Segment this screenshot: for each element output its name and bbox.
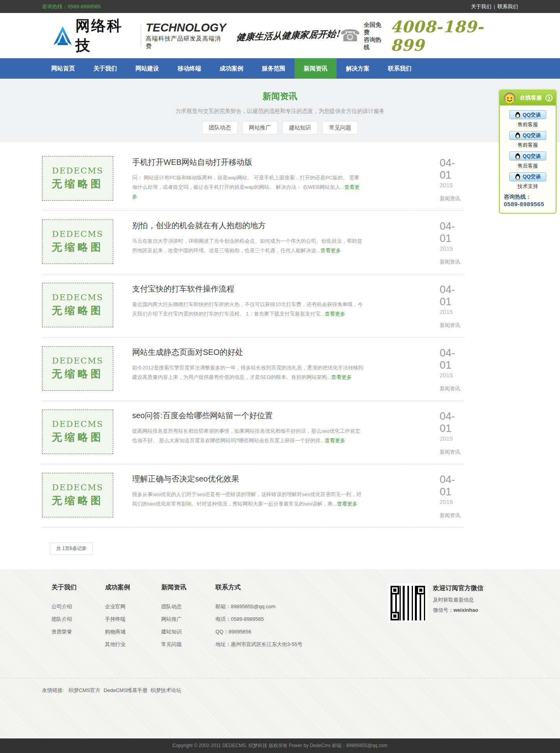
footer-column-about: 关于我们 公司介绍团队介绍资质荣誉 xyxy=(52,583,105,651)
footer-link[interactable]: 团队动态 xyxy=(161,600,216,613)
topbar-link-contact[interactable]: 联系我们 xyxy=(497,4,518,9)
collapse-arrow-icon[interactable]: ❯ xyxy=(545,94,553,102)
footer-link[interactable]: 建站知识 xyxy=(161,626,216,638)
footer-link[interactable]: 其他行业 xyxy=(105,638,161,651)
category-tab[interactable]: 建站知识 xyxy=(282,121,318,134)
news-description: 问： 网站设计有PC版和移动版两种，就是wap网站。 可是手机上面搜索，打开的还… xyxy=(132,173,363,201)
service-agent-label: 售前客服 xyxy=(500,121,556,128)
news-thumbnail-placeholder[interactable]: DEDECMS 无缩略图 xyxy=(42,473,113,517)
pagination-summary: 共 1页6条记录 xyxy=(50,543,93,555)
page-banner: 新闻资讯 力求视觉与交互的完美契合，以规范的流程和专注的态度，为您提供全方位的设… xyxy=(0,79,560,142)
site-logo[interactable]: 网络科技 xyxy=(53,16,137,55)
service-agent-label: 技术支持 xyxy=(500,183,556,190)
news-category: 新闻资讯 xyxy=(440,448,464,456)
nav-item[interactable]: 解决方案 xyxy=(337,58,379,79)
news-date-day: 04-01 xyxy=(440,474,464,498)
nav-item[interactable]: 关于我们 xyxy=(84,58,126,79)
customer-service-smiley-icon xyxy=(503,91,516,105)
news-date-block: 04-01 2015 新闻资讯 xyxy=(440,346,464,392)
wechat-title: 欢迎订阅官方微信 xyxy=(433,584,483,592)
nav-item[interactable]: 移动终端 xyxy=(168,58,210,79)
friend-link[interactable]: DedeCMS维基手册 xyxy=(103,687,147,693)
copyright-bar: Copyright © 2002-2011 DEDECMS. 织梦科技 版权所有… xyxy=(0,738,560,753)
service-hotline: 咨询热线： 0589-8989565 xyxy=(500,193,556,209)
read-more-link[interactable]: 查看更多 xyxy=(325,311,345,317)
news-thumbnail-placeholder[interactable]: DEDECMS 无缩略图 xyxy=(42,156,113,201)
online-service-header[interactable]: 在线客服 ❯ xyxy=(500,90,556,105)
news-item: DEDECMS 无缩略图 网站生成静态页面对SEO的好处 如今2012是搜索引擎… xyxy=(42,338,464,401)
news-date-block: 04-01 2015 新闻资讯 xyxy=(440,283,464,329)
nav-item[interactable]: 成功案例 xyxy=(210,58,252,79)
logo-subtitle-block: TECHNOLOGY 高端科技产品研发及高端消费 xyxy=(146,22,227,50)
news-description: 提高网站排名是所有站长都迫切希望的事情，如果网站排名优化都做不好的话，那么seo… xyxy=(132,426,363,445)
footer-link[interactable]: 资质荣誉 xyxy=(52,626,105,638)
news-title-link[interactable]: seo问答:百度会给哪些网站留一个好位置 xyxy=(132,410,363,421)
news-thumbnail-placeholder[interactable]: DEDECMS 无缩略图 xyxy=(42,346,113,391)
topbar: 咨询热线：0589-8989565 关于我们|联系我们 xyxy=(0,0,560,13)
copyright-text: Copyright © 2002-2011 DEDECMS. 织梦科技 版权所有… xyxy=(172,743,387,748)
nav-item[interactable]: 网站建设 xyxy=(126,58,168,79)
qq-chat-button[interactable]: QQ交谈 xyxy=(509,110,546,119)
wechat-id: 微信号：weixinhao xyxy=(433,607,483,614)
topbar-hotline: 咨询热线：0589-8989565 xyxy=(42,3,101,10)
news-title-link[interactable]: 理解正确与否决定seo优化效果 xyxy=(132,474,363,484)
news-text-block: 网站生成静态页面对SEO的好处 如今2012是搜索引擎百度算法调整最多的一年，很… xyxy=(132,346,363,392)
news-title-link[interactable]: 手机打开WEB网站自动打开移动版 xyxy=(132,157,363,168)
topbar-link-about[interactable]: 关于我们 xyxy=(471,4,492,9)
read-more-link[interactable]: 查看更多 xyxy=(325,437,345,443)
online-service-body: QQ交谈 售前客服 xyxy=(500,105,556,213)
read-more-link[interactable]: 查看更多 xyxy=(331,374,352,380)
nav-item[interactable]: 服务范围 xyxy=(252,58,295,79)
footer-link[interactable]: 团队介绍 xyxy=(52,613,105,626)
pagination: 共 1页6条记录 xyxy=(42,543,518,555)
news-category: 新闻资讯 xyxy=(440,512,464,519)
footer-link[interactable]: 公司介绍 xyxy=(52,600,105,613)
news-text-block: 理解正确与否决定seo优化效果 很多从事seo优化的人们对于seo还是有一些错误… xyxy=(132,473,363,519)
friend-link[interactable]: 织梦CMS官方 xyxy=(68,687,100,693)
footer-link[interactable]: 常见问题 xyxy=(161,638,216,651)
friend-links-section: 友情链接: 织梦CMS官方DedeCMS维基手册织梦技术论坛 xyxy=(0,678,560,738)
footer-column-contact: 联系方式 邮箱：89895655@qq.com电话：0589-8989565QQ… xyxy=(216,583,357,651)
news-title-link[interactable]: 支付宝快的打车软件操作流程 xyxy=(132,284,363,294)
news-date-block: 04-01 2015 新闻资讯 xyxy=(440,220,464,266)
news-thumbnail-placeholder[interactable]: DEDECMS 无缩略图 xyxy=(42,220,113,264)
news-thumbnail-placeholder[interactable]: DEDECMS 无缩略图 xyxy=(42,283,113,327)
footer-link[interactable]: 企业官网 xyxy=(105,600,161,613)
qq-chat-button[interactable]: QQ交谈 xyxy=(509,131,546,140)
read-more-link[interactable]: 查看更多 xyxy=(337,501,357,507)
news-date-year: 2015 xyxy=(440,372,464,378)
service-agent: QQ交谈 售前客服 xyxy=(500,131,556,149)
news-text-block: seo问答:百度会给哪些网站留一个好位置 提高网站排名是所有站长都迫切希望的事情… xyxy=(132,410,363,456)
footer-column-title: 新闻资讯 xyxy=(161,583,216,592)
footer-link[interactable]: 手持终端 xyxy=(105,613,161,626)
news-date-block: 04-01 2015 新闻资讯 xyxy=(440,156,464,202)
nav-item[interactable]: 新闻资讯 xyxy=(295,58,337,79)
news-category: 新闻资讯 xyxy=(440,258,464,266)
news-description: 如今2012是搜索引擎百度算法调整最多的一年，很多站长收到百度的洗礼后，逐渐的把… xyxy=(132,363,363,382)
category-tab[interactable]: 常见问题 xyxy=(322,121,358,134)
qq-chat-button[interactable]: QQ交谈 xyxy=(509,172,546,181)
nav-item[interactable]: 联系我们 xyxy=(379,58,421,79)
friend-link[interactable]: 织梦技术论坛 xyxy=(151,687,181,693)
read-more-link[interactable]: 查看更多 xyxy=(321,247,341,253)
news-date-year: 2015 xyxy=(440,435,464,442)
topbar-links-divider: | xyxy=(494,4,495,9)
footer-link[interactable]: 购物商城 xyxy=(105,626,161,638)
hotline-labels: 全国免费 咨询热线 xyxy=(364,21,387,51)
service-agent: QQ交谈 技术支持 xyxy=(500,172,556,190)
category-tab[interactable]: 网站推广 xyxy=(242,121,278,134)
news-text-block: 别怕，创业的机会就在有人抱怨的地方 马云在首尔大学演讲时，详细阐述了当今创业的机… xyxy=(132,220,363,266)
news-thumbnail-placeholder[interactable]: DEDECMS 无缩略图 xyxy=(42,410,113,454)
friend-links-label: 友情链接: xyxy=(42,687,64,693)
category-tab[interactable]: 团队动态 xyxy=(202,121,238,134)
footer-link[interactable]: 网站推广 xyxy=(161,613,216,626)
footer-column-title: 关于我们 xyxy=(52,583,105,592)
service-agent-label: 售前客服 xyxy=(500,142,556,149)
qq-chat-button[interactable]: QQ交谈 xyxy=(509,151,546,161)
news-item: DEDECMS 无缩略图 手机打开WEB网站自动打开移动版 问： 网站设计有PC… xyxy=(42,156,464,211)
news-title-link[interactable]: 别怕，创业的机会就在有人抱怨的地方 xyxy=(132,220,363,231)
online-service-title: 在线客服 xyxy=(516,94,545,102)
news-title-link[interactable]: 网站生成静态页面对SEO的好处 xyxy=(132,347,363,358)
site-tagline: 高端科技产品研发及高端消费 xyxy=(146,35,227,50)
nav-item[interactable]: 网站首页 xyxy=(42,58,84,79)
